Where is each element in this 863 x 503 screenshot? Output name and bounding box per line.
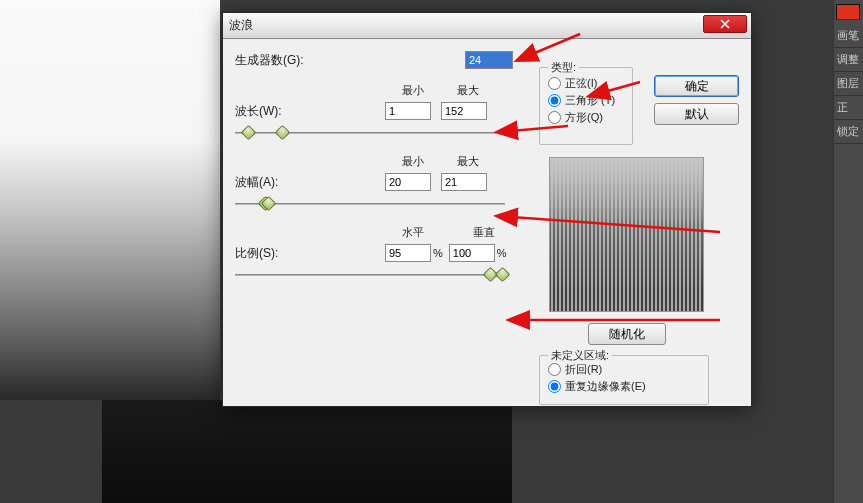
type-groupbox: 类型: 正弦(I) 三角形 (T) 方形(Q) [539,67,633,145]
panel-label[interactable]: 锁定 [834,120,863,144]
amplitude-label: 波幅(A): [235,174,325,191]
scale-horiz-label: 水平 [385,225,440,240]
repeat-radio[interactable]: 重复边缘像素(E) [548,379,700,394]
default-button[interactable]: 默认 [654,103,739,125]
type-triangle-radio[interactable]: 三角形 (T) [548,93,624,108]
amplitude-max-input[interactable] [441,173,487,191]
close-icon [720,19,730,29]
right-tool-panel: 画笔 调整 图层 正 锁定 [833,0,863,503]
generators-label: 生成器数(G): [235,52,325,69]
panel-label[interactable]: 调整 [834,48,863,72]
slider-thumb-max[interactable] [275,125,291,141]
close-button[interactable] [703,15,747,33]
wavelength-label: 波长(W): [235,103,325,120]
undefined-group-title: 未定义区域: [548,348,612,363]
wavelength-max-input[interactable] [441,102,487,120]
color-swatch[interactable] [836,4,860,20]
wavelength-max-label: 最大 [440,83,495,98]
titlebar[interactable]: 波浪 [223,13,751,39]
panel-label[interactable]: 正 [834,96,863,120]
amplitude-min-input[interactable] [385,173,431,191]
panel-label[interactable]: 图层 [834,72,863,96]
scale-vert-input[interactable] [449,244,495,262]
type-sine-radio[interactable]: 正弦(I) [548,76,624,91]
wave-dialog: 波浪 生成器数(G): 最小 最大 波长(W): [222,12,752,407]
wavelength-slider[interactable] [235,126,505,140]
canvas-dark-area [102,400,512,503]
scale-slider[interactable] [235,268,505,282]
scale-vert-label: 垂直 [456,225,511,240]
generators-input[interactable] [465,51,513,69]
wavelength-min-label: 最小 [385,83,440,98]
amplitude-min-label: 最小 [385,154,440,169]
slider-thumb-vert[interactable] [495,267,511,283]
preview-box [549,157,704,312]
type-square-radio[interactable]: 方形(Q) [548,110,624,125]
percent-sign: % [433,247,443,259]
amplitude-max-label: 最大 [440,154,495,169]
ok-button[interactable]: 确定 [654,75,739,97]
wavelength-min-input[interactable] [385,102,431,120]
type-group-title: 类型: [548,60,579,75]
randomize-button[interactable]: 随机化 [588,323,666,345]
wrap-radio[interactable]: 折回(R) [548,362,700,377]
amplitude-slider[interactable] [235,197,505,211]
percent-sign: % [497,247,507,259]
scale-horiz-input[interactable] [385,244,431,262]
slider-thumb-min[interactable] [241,125,257,141]
canvas-gradient [0,0,220,400]
scale-label: 比例(S): [235,245,325,262]
preview-waveform [550,158,703,311]
undefined-groupbox: 未定义区域: 折回(R) 重复边缘像素(E) [539,355,709,405]
panel-label[interactable]: 画笔 [834,24,863,48]
dialog-title: 波浪 [229,17,253,34]
